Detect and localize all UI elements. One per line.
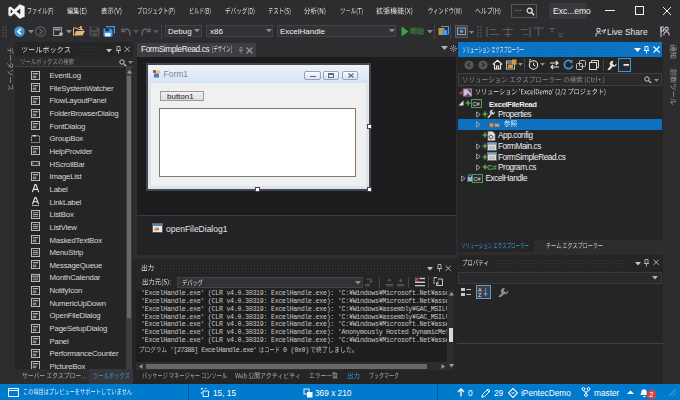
svg-text:2: 2 (649, 390, 653, 399)
svg-text:C#: C# (472, 100, 480, 106)
svg-text:C#: C# (473, 175, 481, 181)
svg-text:C#: C# (487, 163, 497, 171)
svg-text:Z: Z (478, 292, 482, 297)
